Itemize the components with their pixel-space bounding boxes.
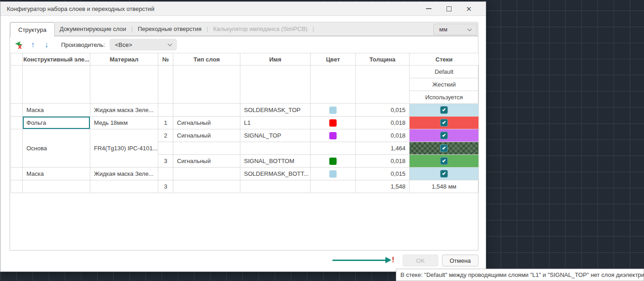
cell-layer-type[interactable]: [173, 142, 240, 155]
cell-name[interactable]: [240, 142, 311, 155]
stack-header-used[interactable]: Используется: [410, 91, 479, 104]
cell-thickness[interactable]: 0,015: [356, 168, 410, 180]
cell-element-selected[interactable]: Фольга: [23, 117, 90, 129]
empty-cell: [23, 66, 90, 104]
window-controls: ✕: [426, 5, 472, 12]
cell-name[interactable]: SIGNAL_BOTTOM: [240, 155, 311, 168]
empty-cell: [173, 66, 240, 104]
cell-layer-type[interactable]: Сигнальный: [173, 129, 240, 142]
cell-color[interactable]: [311, 129, 356, 142]
manufacturer-select[interactable]: <Все>: [109, 39, 177, 51]
empty-cell: [356, 66, 410, 104]
stack-checkbox[interactable]: ✔: [440, 144, 448, 152]
cell-name[interactable]: SOLDERMASK_BOTT...: [240, 168, 311, 180]
stack-cell[interactable]: ✔: [410, 155, 479, 168]
cell-thickness[interactable]: 0,018: [356, 129, 410, 142]
stack-checkbox[interactable]: ✔: [440, 106, 448, 114]
cell-number[interactable]: 2: [158, 129, 173, 142]
cell-name[interactable]: L1: [240, 117, 311, 129]
ok-button[interactable]: OK: [403, 255, 438, 266]
stack-checkbox[interactable]: ✔: [440, 157, 448, 165]
cell-material[interactable]: Жидкая маска Зеле...: [90, 104, 158, 117]
color-swatch[interactable]: [329, 119, 337, 127]
column-header-element: Конструктивный эле...: [23, 53, 90, 66]
column-header-stacks: Стеки: [410, 53, 479, 66]
cancel-button[interactable]: Отмена: [442, 255, 478, 266]
totals-row: 3 1,548 1,548 мм: [11, 180, 479, 193]
tab-structure[interactable]: Структура: [10, 22, 55, 37]
cell-color[interactable]: [311, 168, 356, 180]
cell-color[interactable]: [311, 117, 356, 129]
tab-vias[interactable]: Переходные отверстия: [133, 26, 207, 32]
maximize-button[interactable]: [446, 5, 452, 12]
cell-color[interactable]: [311, 142, 356, 155]
cell-number[interactable]: 1: [158, 117, 173, 129]
empty-cell: [90, 66, 158, 104]
stack-header-rigid[interactable]: Жесткий: [410, 78, 479, 91]
stack-cell-dielectric[interactable]: ✔: [410, 142, 479, 155]
move-layer-up-button[interactable]: ↑: [27, 40, 38, 50]
cell-thickness[interactable]: 0,018: [356, 117, 410, 129]
cell-material[interactable]: Медь 18мкм: [90, 117, 158, 129]
cell-layer-type[interactable]: Сигнальный: [173, 155, 240, 168]
chevron-down-icon: [467, 26, 472, 31]
tab-doc-layers[interactable]: Документирующие слои: [55, 26, 131, 32]
structure-tab-panel: ↑ ↓ Производитель: <Все> Конструктивный …: [10, 36, 478, 250]
cell-name: [240, 180, 311, 193]
column-header-layer-type: Тип слоя: [173, 53, 240, 66]
row-selector[interactable]: [11, 168, 23, 180]
cell-element[interactable]: Маска: [23, 104, 90, 117]
column-header-material: Материал: [90, 53, 158, 66]
minimize-button[interactable]: [426, 5, 432, 12]
annotation-arrow: [332, 260, 386, 261]
cell-number[interactable]: [158, 168, 173, 180]
remove-layer-button[interactable]: [14, 40, 25, 50]
row-selector[interactable]: [11, 180, 23, 193]
stack-header-default[interactable]: Default: [410, 66, 479, 78]
cell-layer-type[interactable]: [173, 104, 240, 117]
stack-checkbox[interactable]: ✔: [440, 132, 448, 139]
color-swatch[interactable]: [329, 132, 337, 139]
title-bar: Конфигуратор набора слоев и переходных о…: [0, 2, 486, 16]
empty-cell: [240, 66, 311, 104]
chevron-down-icon: [168, 42, 172, 46]
tab-strip: Структура Документирующие слои | Переход…: [10, 22, 478, 36]
empty-cell: [311, 66, 356, 104]
cell-name[interactable]: SOLDERMASK_TOP: [240, 104, 311, 117]
cell-layer-type[interactable]: Сигнальный: [173, 117, 240, 129]
row-selector[interactable]: [11, 117, 23, 129]
cell-thickness[interactable]: 0,018: [356, 155, 410, 168]
stack-cell[interactable]: ✔: [410, 104, 479, 117]
empty-cell: [11, 66, 23, 104]
color-swatch[interactable]: [329, 158, 337, 165]
cell-number[interactable]: [158, 142, 173, 155]
cell-thickness[interactable]: 0,015: [356, 104, 410, 117]
layers-toolbar: ↑ ↓ Производитель: <Все>: [14, 38, 177, 51]
stack-cell[interactable]: ✔: [410, 168, 479, 180]
color-swatch[interactable]: [329, 170, 337, 178]
cell-thickness[interactable]: 1,464: [356, 142, 410, 155]
cell-element[interactable]: Основа: [23, 129, 90, 168]
error-indicator-icon[interactable]: !: [392, 255, 395, 265]
cell-name[interactable]: SIGNAL_TOP: [240, 129, 311, 142]
cell-number[interactable]: [158, 104, 173, 117]
stack-checkbox[interactable]: ✔: [440, 119, 448, 127]
close-icon: ✕: [466, 5, 472, 12]
cell-color[interactable]: [311, 155, 356, 168]
cell-element[interactable]: Маска: [23, 168, 90, 180]
cell-material[interactable]: FR4(Tg130) IPC-4101...: [90, 129, 158, 168]
stack-cell[interactable]: ✔: [410, 129, 479, 142]
row-selector[interactable]: [11, 104, 23, 117]
stack-checkbox[interactable]: ✔: [440, 170, 448, 178]
close-button[interactable]: ✕: [466, 5, 472, 12]
cell-material[interactable]: Жидкая маска Зеле...: [90, 168, 158, 180]
row-selector[interactable]: [11, 129, 23, 168]
cell-layer-type[interactable]: [173, 168, 240, 180]
cell-color[interactable]: [311, 104, 356, 117]
units-select[interactable]: мм: [433, 24, 477, 35]
color-swatch[interactable]: [329, 107, 337, 114]
cell-number[interactable]: 3: [158, 155, 173, 168]
stack-cell[interactable]: ✔: [410, 117, 479, 129]
units-value: мм: [439, 26, 447, 33]
move-layer-down-button[interactable]: ↓: [41, 40, 52, 50]
